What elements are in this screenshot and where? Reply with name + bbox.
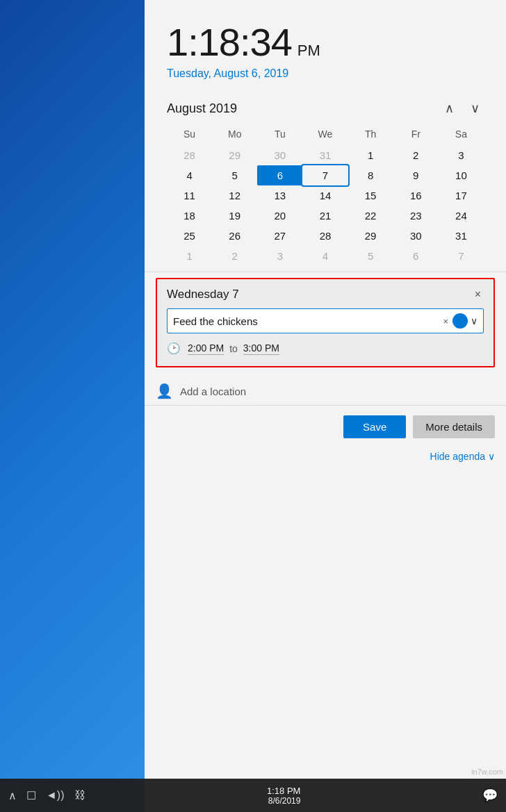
hide-agenda-button[interactable]: Hide agenda ∨ bbox=[430, 451, 495, 462]
calendar-day-28-4[interactable]: 28 bbox=[302, 226, 348, 246]
calendar-week-4: 25262728293031 bbox=[167, 226, 484, 246]
event-title-input[interactable] bbox=[173, 315, 443, 327]
calendar-day-14-2[interactable]: 14 bbox=[302, 185, 348, 206]
calendar-day-2-5[interactable]: 2 bbox=[212, 246, 257, 266]
calendar-day-3-5[interactable]: 3 bbox=[257, 246, 302, 266]
calendar-day-headers: Su Mo Tu We Th Fr Sa bbox=[167, 126, 484, 145]
calendar-day-20-3[interactable]: 20 bbox=[257, 206, 302, 226]
clock-date: Tuesday, August 6, 2019 bbox=[167, 67, 484, 80]
clock-time: 1:18:34 bbox=[167, 19, 292, 65]
day-header-sa: Sa bbox=[439, 126, 484, 145]
calendar-day-28-0[interactable]: 28 bbox=[167, 145, 212, 165]
calendar-day-15-2[interactable]: 15 bbox=[348, 185, 393, 206]
action-row: Save More details bbox=[145, 406, 506, 448]
calendar-week-1: 45678910 bbox=[167, 165, 484, 185]
event-popup-title: Wednesday 7 bbox=[167, 288, 239, 301]
day-header-su: Su bbox=[167, 126, 212, 145]
taskbar-screen-icon[interactable]: ☐ bbox=[26, 789, 36, 802]
calendar-day-29-0[interactable]: 29 bbox=[212, 145, 257, 165]
calendar-day-31-0[interactable]: 31 bbox=[302, 145, 348, 165]
calendar-day-24-3[interactable]: 24 bbox=[439, 206, 484, 226]
taskbar-chevron-icon[interactable]: ∧ bbox=[8, 789, 17, 802]
calendar-day-18-3[interactable]: 18 bbox=[167, 206, 212, 226]
save-button[interactable]: Save bbox=[343, 415, 406, 438]
event-popup-wrapper: Wednesday 7 × × ∨ 🕑 2:00 PM to 3:00 PM bbox=[145, 272, 506, 373]
calendar-day-6-1[interactable]: 6 bbox=[257, 165, 302, 185]
taskbar-time: 1:18 PM bbox=[267, 786, 300, 796]
calendar-prev-button[interactable]: ∧ bbox=[441, 99, 458, 117]
calendar-day-22-3[interactable]: 22 bbox=[348, 206, 393, 226]
agenda-chevron-icon: ∨ bbox=[488, 451, 495, 462]
day-header-tu: Tu bbox=[257, 126, 302, 145]
calendar-day-8-1[interactable]: 8 bbox=[348, 165, 393, 185]
day-header-we: We bbox=[302, 126, 348, 145]
calendar-day-11-2[interactable]: 11 bbox=[167, 185, 212, 206]
calendar-day-1-0[interactable]: 1 bbox=[348, 145, 393, 165]
calendar-week-3: 18192021222324 bbox=[167, 206, 484, 226]
event-popup-header: Wednesday 7 × bbox=[167, 288, 484, 301]
event-color-dot bbox=[452, 313, 468, 329]
taskbar-volume-icon[interactable]: ◄)) bbox=[46, 789, 65, 802]
calendar-day-19-3[interactable]: 19 bbox=[212, 206, 257, 226]
event-chevron-button[interactable]: ∨ bbox=[471, 315, 478, 326]
calendar-day-6-5[interactable]: 6 bbox=[393, 246, 439, 266]
clock-ampm: PM bbox=[297, 42, 320, 60]
taskbar-network-icon[interactable]: ⛓ bbox=[74, 789, 85, 802]
event-title-clear-button[interactable]: × bbox=[443, 316, 448, 326]
location-label: Add a location bbox=[180, 386, 246, 397]
taskbar-left: ∧ ☐ ◄)) ⛓ bbox=[8, 789, 85, 802]
taskbar-chat-button[interactable]: 💬 bbox=[482, 788, 498, 803]
watermark: in7w.com bbox=[471, 768, 503, 776]
calendar-day-25-4[interactable]: 25 bbox=[167, 226, 212, 246]
calendar-day-30-0[interactable]: 30 bbox=[257, 145, 302, 165]
clock-icon: 🕑 bbox=[167, 342, 181, 355]
calendar-week-0: 28293031123 bbox=[167, 145, 484, 165]
event-time-to[interactable]: 3:00 PM bbox=[243, 342, 279, 355]
calendar-day-13-2[interactable]: 13 bbox=[257, 185, 302, 206]
taskbar-right[interactable]: 1:18 PM 8/6/2019 bbox=[267, 786, 300, 806]
day-header-th: Th bbox=[348, 126, 393, 145]
calendar-section: August 2019 ∧ ∨ Su Mo Tu We Th Fr Sa 282… bbox=[145, 91, 506, 272]
event-title-row: × ∨ bbox=[167, 308, 484, 333]
calendar-day-27-4[interactable]: 27 bbox=[257, 226, 302, 246]
calendar-week-2: 11121314151617 bbox=[167, 185, 484, 206]
calendar-day-2-0[interactable]: 2 bbox=[393, 145, 439, 165]
calendar-day-10-1[interactable]: 10 bbox=[439, 165, 484, 185]
calendar-day-4-1[interactable]: 4 bbox=[167, 165, 212, 185]
event-time-to-label: to bbox=[229, 343, 238, 354]
day-header-fr: Fr bbox=[393, 126, 439, 145]
calendar-day-30-4[interactable]: 30 bbox=[393, 226, 439, 246]
calendar-day-12-2[interactable]: 12 bbox=[212, 185, 257, 206]
calendar-day-23-3[interactable]: 23 bbox=[393, 206, 439, 226]
calendar-day-7-5[interactable]: 7 bbox=[439, 246, 484, 266]
location-row[interactable]: 👤 Add a location bbox=[145, 373, 506, 406]
more-details-button[interactable]: More details bbox=[413, 415, 495, 438]
calendar-day-17-2[interactable]: 17 bbox=[439, 185, 484, 206]
time-display: 1:18:34 PM bbox=[167, 19, 484, 65]
day-header-mo: Mo bbox=[212, 126, 257, 145]
calendar-day-29-4[interactable]: 29 bbox=[348, 226, 393, 246]
event-time-row: 🕑 2:00 PM to 3:00 PM bbox=[167, 340, 484, 356]
time-section: 1:18:34 PM Tuesday, August 6, 2019 bbox=[145, 0, 506, 91]
calendar-day-7-1[interactable]: 7 bbox=[302, 165, 348, 185]
calendar-day-5-1[interactable]: 5 bbox=[212, 165, 257, 185]
event-time-from[interactable]: 2:00 PM bbox=[188, 342, 224, 355]
calendar-day-26-4[interactable]: 26 bbox=[212, 226, 257, 246]
calendar-day-16-2[interactable]: 16 bbox=[393, 185, 439, 206]
taskbar: ∧ ☐ ◄)) ⛓ 1:18 PM 8/6/2019 💬 bbox=[0, 779, 506, 812]
calendar-day-21-3[interactable]: 21 bbox=[302, 206, 348, 226]
event-close-button[interactable]: × bbox=[472, 288, 484, 301]
hide-agenda-row: Hide agenda ∨ bbox=[145, 448, 506, 467]
calendar-week-5: 1234567 bbox=[167, 246, 484, 266]
calendar-body: 2829303112345678910111213141516171819202… bbox=[167, 145, 484, 266]
main-panel: 1:18:34 PM Tuesday, August 6, 2019 Augus… bbox=[145, 0, 506, 812]
calendar-day-3-0[interactable]: 3 bbox=[439, 145, 484, 165]
calendar-header: August 2019 ∧ ∨ bbox=[167, 99, 484, 117]
calendar-day-5-5[interactable]: 5 bbox=[348, 246, 393, 266]
calendar-day-1-5[interactable]: 1 bbox=[167, 246, 212, 266]
hide-agenda-label: Hide agenda bbox=[430, 451, 485, 462]
calendar-next-button[interactable]: ∨ bbox=[466, 99, 484, 117]
calendar-day-9-1[interactable]: 9 bbox=[393, 165, 439, 185]
calendar-day-31-4[interactable]: 31 bbox=[439, 226, 484, 246]
calendar-day-4-5[interactable]: 4 bbox=[302, 246, 348, 266]
